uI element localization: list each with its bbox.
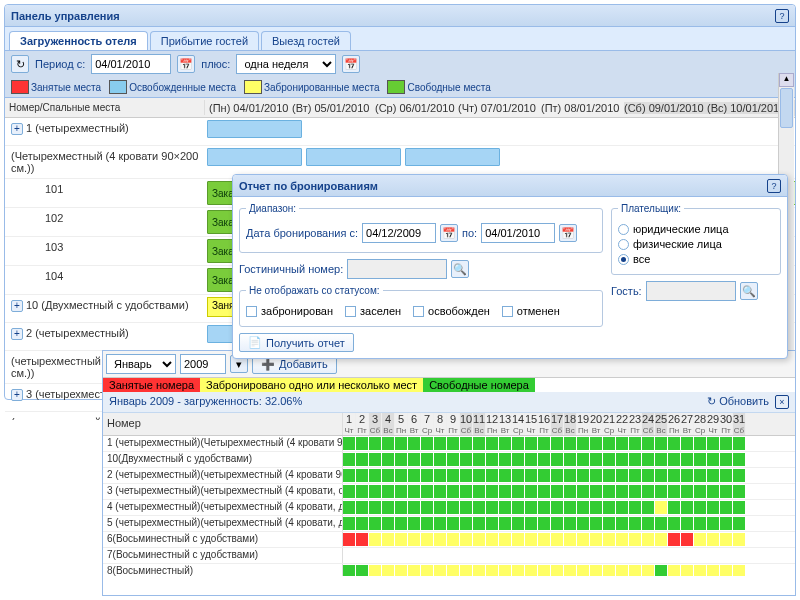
cal-cell[interactable]: [408, 485, 421, 499]
cal-cell[interactable]: [447, 485, 460, 499]
cal-cell[interactable]: [551, 533, 564, 547]
cal-cell[interactable]: [343, 549, 356, 563]
cal-cell[interactable]: [447, 549, 460, 563]
expand-icon[interactable]: +: [11, 123, 23, 135]
cal-cell[interactable]: [486, 501, 499, 515]
cal-cell[interactable]: [720, 453, 733, 467]
cal-cell[interactable]: [525, 501, 538, 515]
cal-cell[interactable]: [720, 501, 733, 515]
cal-cell[interactable]: [577, 501, 590, 515]
cal-cell[interactable]: [525, 517, 538, 531]
cal-cell[interactable]: [720, 565, 733, 576]
cal-cell[interactable]: [486, 453, 499, 467]
main-titlebar[interactable]: Панель управления ?: [5, 5, 795, 27]
cal-cell[interactable]: [369, 549, 382, 563]
cal-cell[interactable]: [564, 501, 577, 515]
cal-cell[interactable]: [447, 501, 460, 515]
cal-cell[interactable]: [447, 517, 460, 531]
cal-cell[interactable]: [707, 517, 720, 531]
date-from-input[interactable]: [91, 54, 171, 74]
cal-cell[interactable]: [577, 533, 590, 547]
cal-cell[interactable]: [382, 565, 395, 576]
tab-arrivals[interactable]: Прибытие гостей: [150, 31, 259, 50]
cal-cell[interactable]: [551, 453, 564, 467]
cal-cell[interactable]: [551, 469, 564, 483]
cal-cell[interactable]: [694, 565, 707, 576]
cal-cell[interactable]: [720, 549, 733, 563]
cal-cell[interactable]: [499, 469, 512, 483]
cal-cell[interactable]: [694, 549, 707, 563]
cal-cell[interactable]: [486, 533, 499, 547]
cal-cell[interactable]: [486, 565, 499, 576]
cal-cell[interactable]: [434, 453, 447, 467]
cal-cell[interactable]: [616, 549, 629, 563]
cal-cell[interactable]: [564, 565, 577, 576]
cal-cell[interactable]: [642, 453, 655, 467]
cal-cell[interactable]: [681, 549, 694, 563]
cal-cell[interactable]: [590, 533, 603, 547]
cal-cell[interactable]: [681, 533, 694, 547]
cal-cell[interactable]: [538, 565, 551, 576]
cal-cell[interactable]: [434, 565, 447, 576]
cal-cell[interactable]: [551, 501, 564, 515]
cal-cell[interactable]: [668, 549, 681, 563]
cal-cell[interactable]: [577, 549, 590, 563]
cal-cell[interactable]: [616, 533, 629, 547]
cal-cell[interactable]: [616, 501, 629, 515]
cal-cell[interactable]: [343, 517, 356, 531]
calendar-body[interactable]: 1 (четырехместный)(Четырехместный (4 кро…: [103, 436, 795, 576]
scroll-thumb[interactable]: [780, 88, 793, 128]
cal-cell[interactable]: [512, 469, 525, 483]
cal-cell[interactable]: [629, 485, 642, 499]
cal-cell[interactable]: [590, 485, 603, 499]
cal-cell[interactable]: [499, 565, 512, 576]
cal-cell[interactable]: [707, 501, 720, 515]
cal-cell[interactable]: [525, 533, 538, 547]
cal-cell[interactable]: [603, 437, 616, 451]
cal-cell[interactable]: [629, 565, 642, 576]
cal-cell[interactable]: [408, 533, 421, 547]
day-header[interactable]: (Вт) 05/01/2010: [292, 102, 375, 114]
cal-cell[interactable]: [369, 501, 382, 515]
cal-cell[interactable]: [577, 565, 590, 576]
cal-cell[interactable]: [408, 565, 421, 576]
cal-cell[interactable]: [668, 453, 681, 467]
cal-cell[interactable]: [590, 437, 603, 451]
cal-cell[interactable]: [382, 533, 395, 547]
cal-cell[interactable]: [733, 565, 746, 576]
cal-cell[interactable]: [356, 501, 369, 515]
tab-occupancy[interactable]: Загруженность отеля: [9, 31, 148, 50]
cal-cell[interactable]: [369, 565, 382, 576]
cal-cell[interactable]: [486, 469, 499, 483]
cal-cell[interactable]: [707, 533, 720, 547]
room-input[interactable]: [347, 259, 447, 279]
cal-cell[interactable]: [525, 549, 538, 563]
cal-cell[interactable]: [603, 565, 616, 576]
cal-cell[interactable]: [629, 533, 642, 547]
cal-cell[interactable]: [564, 453, 577, 467]
cal-cell[interactable]: [603, 485, 616, 499]
cal-cell[interactable]: [655, 469, 668, 483]
cal-cell[interactable]: [733, 533, 746, 547]
cal-cell[interactable]: [681, 565, 694, 576]
cal-cell[interactable]: [681, 453, 694, 467]
cal-cell[interactable]: [434, 501, 447, 515]
cal-cell[interactable]: [551, 485, 564, 499]
released-bar[interactable]: [207, 120, 302, 138]
cal-cell[interactable]: [655, 453, 668, 467]
cal-cell[interactable]: [603, 501, 616, 515]
day-header[interactable]: (Чт) 07/01/2010: [458, 102, 541, 114]
cal-cell[interactable]: [525, 453, 538, 467]
help-icon[interactable]: ?: [767, 179, 781, 193]
cal-cell[interactable]: [356, 549, 369, 563]
cal-cell[interactable]: [577, 485, 590, 499]
cal-cell[interactable]: [707, 437, 720, 451]
month-select[interactable]: Январь: [106, 354, 176, 374]
popup-titlebar[interactable]: Отчет по бронированиям ?: [233, 175, 787, 197]
cal-cell[interactable]: [499, 485, 512, 499]
cal-cell[interactable]: [434, 549, 447, 563]
cal-cell[interactable]: [707, 469, 720, 483]
cal-cell[interactable]: [564, 469, 577, 483]
cal-cell[interactable]: [616, 469, 629, 483]
cal-cell[interactable]: [551, 549, 564, 563]
